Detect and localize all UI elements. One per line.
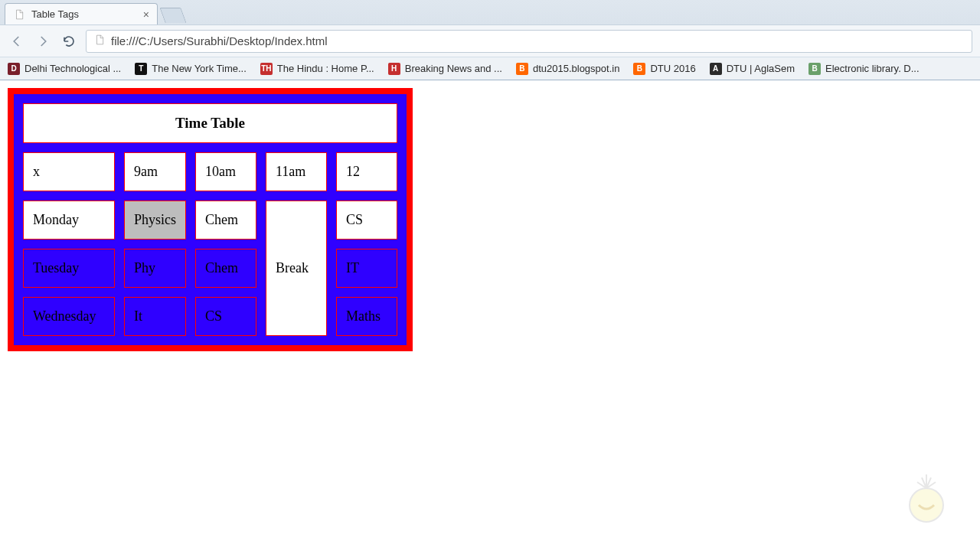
bookmark-label: DTU | AglaSem <box>727 63 795 74</box>
bookmark-icon: B <box>516 63 528 75</box>
bookmark-item[interactable]: HBreaking News and ... <box>388 63 502 75</box>
address-bar[interactable]: file:///C:/Users/Surabhi/Desktop/Index.h… <box>86 30 972 53</box>
tab-bar: Table Tags × <box>0 0 980 24</box>
col-10am: 10am <box>195 152 256 191</box>
url-text: file:///C:/Users/Surabhi/Desktop/Index.h… <box>111 34 328 47</box>
bookmark-label: The Hindu : Home P... <box>277 63 374 74</box>
bookmark-item[interactable]: DDelhi Technological ... <box>8 63 121 75</box>
bookmark-item[interactable]: TThe New York Time... <box>135 63 247 75</box>
toolbar: file:///C:/Users/Surabhi/Desktop/Index.h… <box>0 24 980 57</box>
col-12: 12 <box>336 152 397 191</box>
subject-cell: Phy <box>124 249 186 288</box>
page-icon <box>13 8 25 21</box>
table-row: Wednesday It CS Maths <box>23 297 397 336</box>
subject-cell: CS <box>336 201 397 240</box>
browser-tab[interactable]: Table Tags × <box>5 3 158 24</box>
bookmark-item[interactable]: Bdtu2015.blogspot.in <box>516 63 619 75</box>
bookmark-label: DTU 2016 <box>650 63 695 74</box>
bookmark-item[interactable]: BDTU 2016 <box>633 63 695 75</box>
bookmark-label: Electronic library. D... <box>825 63 920 74</box>
break-cell: Break <box>266 201 327 336</box>
page-body: Time Table x 9am 10am 11am 12 Monday Phy… <box>0 80 980 359</box>
day-cell: Wednesday <box>23 297 115 336</box>
forward-button[interactable] <box>34 32 52 51</box>
bookmark-item[interactable]: ADTU | AglaSem <box>710 63 795 75</box>
back-button[interactable] <box>8 32 26 51</box>
subject-cell[interactable]: Physics <box>124 201 186 240</box>
bookmark-item[interactable]: BElectronic library. D... <box>808 63 920 75</box>
reload-button[interactable] <box>60 32 78 51</box>
table-header-row: x 9am 10am 11am 12 <box>23 152 397 191</box>
bookmark-icon: T <box>135 63 147 75</box>
bookmark-icon: TH <box>260 63 273 75</box>
time-table: Time Table x 9am 10am 11am 12 Monday Phy… <box>8 88 413 351</box>
bookmark-icon: B <box>808 63 821 75</box>
col-9am: 9am <box>124 152 186 191</box>
bookmark-label: Delhi Technological ... <box>24 63 121 74</box>
bookmark-icon: D <box>8 63 20 75</box>
day-cell: Monday <box>23 201 115 240</box>
close-icon[interactable]: × <box>143 8 149 21</box>
subject-cell: It <box>124 297 186 336</box>
bookmark-icon: A <box>710 63 722 75</box>
table-row: Tuesday Phy Chem IT <box>23 249 397 288</box>
table-caption: Time Table <box>23 103 397 143</box>
tab-title: Table Tags <box>31 8 79 20</box>
new-tab-button[interactable] <box>159 8 186 23</box>
svg-point-0 <box>910 488 943 522</box>
col-x: x <box>23 152 115 191</box>
page-icon <box>94 34 105 47</box>
col-11am: 11am <box>266 152 327 191</box>
table-row: Monday Physics Chem Break CS <box>23 201 397 240</box>
day-cell: Tuesday <box>23 249 115 288</box>
subject-cell: Chem <box>195 249 256 288</box>
bookmark-label: The New York Time... <box>152 63 247 74</box>
bookmark-label: Breaking News and ... <box>405 63 502 74</box>
bookmark-icon: H <box>388 63 400 75</box>
watermark-logo <box>888 459 965 536</box>
bookmark-icon: B <box>633 63 645 75</box>
browser-chrome: Table Tags × file:///C:/Users/Surabhi/De… <box>0 0 980 80</box>
subject-cell: IT <box>336 249 397 288</box>
bookmarks-bar: DDelhi Technological ...TThe New York Ti… <box>0 57 980 80</box>
bookmark-label: dtu2015.blogspot.in <box>533 63 619 74</box>
subject-cell: CS <box>195 297 256 336</box>
subject-cell: Maths <box>336 297 397 336</box>
subject-cell: Chem <box>195 201 256 240</box>
bookmark-item[interactable]: THThe Hindu : Home P... <box>260 63 374 75</box>
